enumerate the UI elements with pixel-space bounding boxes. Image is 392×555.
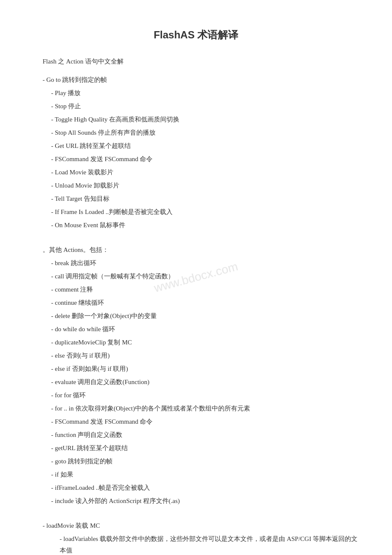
list-item: - else 否则(与 if 联用) [34,350,358,361]
list-item: - Stop All Sounds 停止所有声音的播放 [34,127,358,139]
list-item: - loadMovie 装载 MC [34,520,358,532]
list-item: - duplicateMovieClip 复制 MC [34,337,358,348]
list-item: - Play 播放 [34,87,358,99]
list-item: - continue 继续循环 [34,297,358,309]
list-item: - ifFrameLoaded ..帧是否完全被载入 [34,482,358,494]
subtitle: Flash 之 Action 语句中文全解 [34,56,358,67]
list-item: - getURL 跳转至某个超联结 [34,442,358,454]
list-item: - function 声明自定义函数 [34,429,358,441]
list-item: - for for 循环 [34,390,358,401]
list-item: - for .. in 依次取得对象(Object)中的各个属性或者某个数组中的… [34,403,358,414]
list-item: - goto 跳转到指定的帧 [34,456,358,467]
list-item: - loadVariables 载载外部文件中的数据，这些外部文件可以是文本文件… [34,533,358,555]
list-item: - Tell Target 告知目标 [34,193,358,205]
section-2: 。其他 Actions。包括： - break 跳出循环 - call 调用指定… [34,244,358,507]
list-item: - Toggle High Quality 在高画质和低画质间切换 [34,114,358,125]
list-item: - Get URL 跳转至某个超联结 [34,140,358,152]
list-item: - delete 删除一个对象(Object)中的变量 [34,310,358,322]
list-item: - FSCommand 发送 FSCommand 命令 [34,153,358,165]
list-item: - evaluate 调用自定义函数(Function) [34,376,358,388]
section-1: - Go to 跳转到指定的帧 - Play 播放 - Stop 停止 - To… [34,74,358,231]
list-item: - include 读入外部的 ActionScript 程序文件(.as) [34,495,358,507]
list-item: - Load Movie 装载影片 [34,167,358,178]
list-item: - do while do while 循环 [34,324,358,335]
list-item: - else if 否则如果(与 if 联用) [34,363,358,375]
list-item: - break 跳出循环 [34,257,358,269]
list-item: - If Frame Is Loaded ..判断帧是否被完全载入 [34,206,358,218]
list-item: - FSCommand 发送 FSCommand 命令 [34,416,358,428]
list-item: - Stop 停止 [34,101,358,112]
section-intro: 。其他 Actions。包括： [34,244,358,256]
page-title: FlashAS 术语解译 [34,26,358,44]
list-item: - call 调用指定帧（一般喊有某个特定函数） [34,271,358,282]
list-item: - Go to 跳转到指定的帧 [34,74,358,86]
section-3: - loadMovie 装载 MC - loadVariables 载载外部文件… [34,520,358,555]
list-item: - On Mouse Event 鼠标事件 [34,220,358,231]
list-item: - comment 注释 [34,284,358,295]
list-item: - Unload Movie 卸载影片 [34,180,358,191]
list-item: - if 如果 [34,469,358,480]
